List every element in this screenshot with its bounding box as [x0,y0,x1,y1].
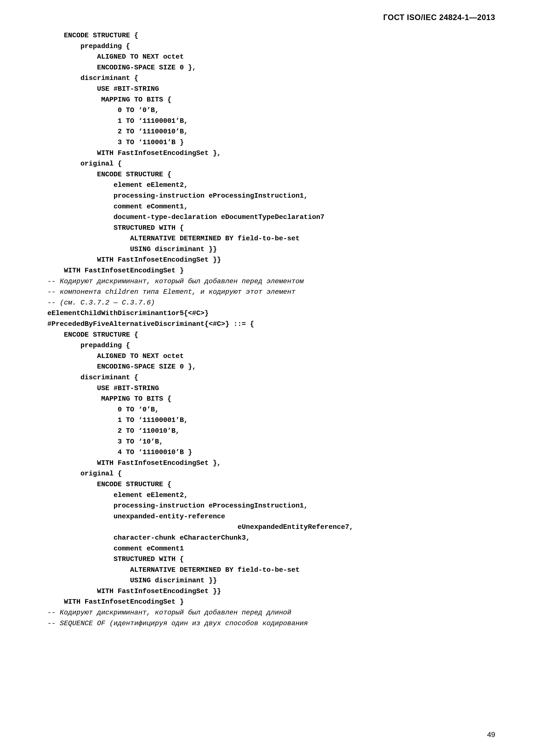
page: ГОСТ ISO/IEC 24824-1—2013 ENCODE STRUCTU… [0,0,534,756]
code-line: -- SEQUENCE OF (идентифицируя один из дв… [47,618,495,629]
code-line: USE #BIT-STRING [47,84,495,94]
code-line: STRUCTURED WITH { [47,554,495,565]
code-line: WITH FastInfosetEncodingSet }, [47,458,495,469]
code-line: ENCODING-SPACE SIZE 0 }, [47,62,495,73]
code-line: WITH FastInfosetEncodingSet } [47,265,495,276]
code-line: #PrecededByFiveAlternativeDiscriminant{<… [47,319,495,330]
code-line: MAPPING TO BITS { [47,393,495,404]
code-line: WITH FastInfosetEncodingSet }} [47,586,495,597]
code-line: ENCODE STRUCTURE { [47,479,495,490]
code-line: WITH FastInfosetEncodingSet }, [47,148,495,159]
code-line: character-chunk eCharacterChunk3, [47,532,495,543]
code-line: WITH FastInfosetEncodingSet } [47,597,495,607]
code-line: USING discriminant }} [47,244,495,255]
code-line: discriminant { [47,372,495,383]
code-line: 0 TO ‘0’B, [47,105,495,116]
code-line: ALTERNATIVE DETERMINED BY field-to-be-se… [47,233,495,244]
code-line: ALIGNED TO NEXT octet [47,51,495,62]
code-line: comment eComment1, [47,201,495,212]
code-line: 1 TO ‘11100001’B, [47,415,495,426]
code-line: 2 TO ‘11100010’B, [47,126,495,137]
code-line: ALTERNATIVE DETERMINED BY field-to-be-se… [47,565,495,576]
main-content: ENCODE STRUCTURE { prepadding { ALIGNED … [47,30,495,629]
code-line: prepadding { [47,41,495,52]
code-line: MAPPING TO BITS { [47,94,495,105]
code-line: USING discriminant }} [47,575,495,586]
code-line: -- Кодируют дискриминант, который был до… [47,607,495,618]
code-line: original { [47,158,495,169]
code-line: discriminant { [47,73,495,84]
code-line: original { [47,468,495,479]
code-line: element eElement2, [47,180,495,191]
code-line: ENCODE STRUCTURE { [47,330,495,340]
code-line: element eElement2, [47,490,495,500]
code-line: -- компонента children типа Element, и к… [47,286,495,297]
code-line: eUnexpandedEntityReference7, [47,522,495,532]
code-line: processing-instruction eProcessingInstru… [47,191,495,201]
code-line: eElementChildWithDiscriminant1or5{<#C>} [47,308,495,319]
page-number: 49 [487,730,495,739]
code-line: 1 TO ‘11100001’B, [47,116,495,126]
code-line: ENCODE STRUCTURE { [47,30,495,41]
code-line: STRUCTURED WITH { [47,223,495,233]
code-line: comment eComment1 [47,543,495,554]
document-title: ГОСТ ISO/IEC 24824-1—2013 [383,13,495,22]
code-line: 4 TO ‘11100010’B } [47,447,495,458]
code-line: 3 TO ‘110001’B } [47,137,495,148]
code-line: 0 TO ‘0’B, [47,404,495,415]
code-line: ALIGNED TO NEXT octet [47,351,495,362]
code-line: 3 TO ‘10’B, [47,436,495,447]
code-line: 2 TO ‘110010’B, [47,426,495,436]
code-line: ENCODE STRUCTURE { [47,169,495,180]
code-line: processing-instruction eProcessingInstru… [47,500,495,511]
code-line: prepadding { [47,340,495,351]
code-line: USE #BIT-STRING [47,383,495,394]
code-line: -- (см. C.3.7.2 — C.3.7.6) [47,297,495,308]
code-line: unexpanded-entity-reference [47,511,495,522]
code-block: ENCODE STRUCTURE { prepadding { ALIGNED … [47,30,495,629]
code-line: WITH FastInfosetEncodingSet }} [47,255,495,265]
code-line: -- Кодируют дискриминант, который был до… [47,276,495,287]
code-line: document-type-declaration eDocumentTypeD… [47,212,495,223]
code-line: ENCODING-SPACE SIZE 0 }, [47,362,495,372]
